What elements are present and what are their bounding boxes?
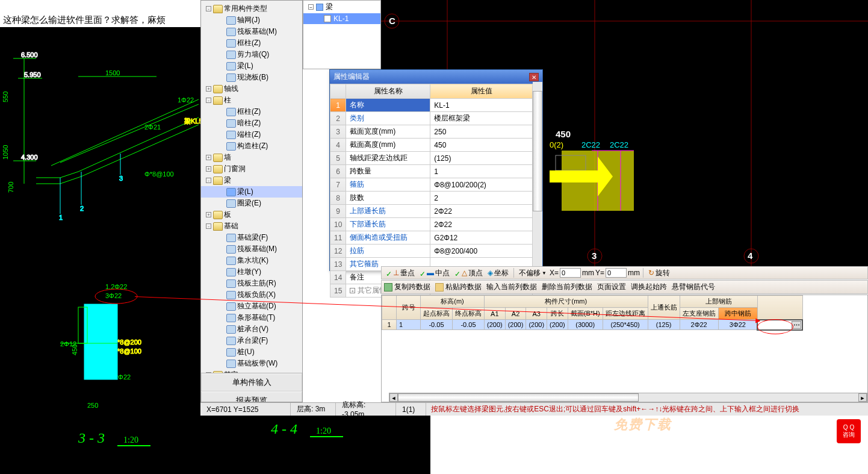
status-bar: X=6701 Y=1525 层高: 3m 底标高: -3.05m 1(1) 按鼠… <box>200 402 868 416</box>
tree-item[interactable]: 筏板主筋(R) <box>201 278 302 289</box>
prop-row[interactable]: 9上部通长筋2Φ22 <box>330 205 533 218</box>
qq-button[interactable]: Q Q咨询 <box>837 419 861 443</box>
svg-text:2Φ21: 2Φ21 <box>144 123 161 131</box>
prop-row[interactable]: 3截面宽度(mm)250 <box>330 125 533 139</box>
svg-text:1Φ22: 1Φ22 <box>178 96 194 104</box>
tree-item[interactable]: 暗柱(Z) <box>201 117 302 129</box>
svg-text:2C22: 2C22 <box>610 140 628 149</box>
offset-dropdown[interactable]: 不偏移▼ <box>517 268 548 278</box>
tree-item[interactable]: 桩承台(V) <box>201 323 302 335</box>
prop-row[interactable]: 5轴线距梁左边线距(125) <box>330 152 533 165</box>
tree-item[interactable]: 圈梁(E) <box>201 198 302 209</box>
x-input[interactable] <box>560 268 581 278</box>
prop-row[interactable]: 8肢数2 <box>330 192 533 205</box>
tree-item[interactable]: 梁(L) <box>201 60 302 72</box>
span-toolbar: 复制跨数据 粘贴跨数据 输入当前列数据 删除当前列数据 页面设置 调换起始跨 悬… <box>381 280 868 294</box>
svg-text:4: 4 <box>748 251 753 261</box>
prop-row[interactable]: 7箍筋Φ8@100/200(2) <box>330 178 533 192</box>
tree-item[interactable]: 构造柱(Z) <box>201 140 302 152</box>
prop-row[interactable]: 1名称KL-1 <box>330 99 533 112</box>
tree-item[interactable]: -梁 <box>201 175 302 186</box>
outline-kl1[interactable]: KL-1 <box>303 13 380 24</box>
status-hint: 按鼠标左键选择梁图元,按右键或ESC退出;可以通过回车键及shift+←→↑↓光… <box>426 404 804 414</box>
svg-text:450: 450 <box>71 345 78 355</box>
svg-text:2C22: 2C22 <box>581 140 600 149</box>
copy-span-data[interactable]: 复制跨数据 <box>384 282 430 292</box>
tree-item[interactable]: -柱 <box>201 95 302 106</box>
cad-bottom-viewport: 3 - 3 1:20 4 - 4 1:20 <box>0 416 430 474</box>
svg-text:450: 450 <box>556 129 571 139</box>
close-button[interactable]: ✕ <box>529 73 539 81</box>
tree-item[interactable]: 基础板带(W) <box>201 358 302 369</box>
property-editor: 属性编辑器 ✕ 属性名称 属性值 1名称KL-12类别楼层框架梁3截面宽度(mm… <box>329 69 543 271</box>
prop-row[interactable]: 10下部通长筋2Φ22 <box>330 218 533 231</box>
tree-item[interactable]: 筏板基础(M) <box>201 243 302 255</box>
svg-text:6.500: 6.500 <box>21 51 38 58</box>
scrollbar[interactable] <box>533 82 542 269</box>
report-preview-button[interactable]: 报表预览 <box>201 391 302 402</box>
tree-item[interactable]: 现浇板(B) <box>201 72 302 83</box>
tree-item[interactable]: 承台梁(F) <box>201 335 302 346</box>
tree-item[interactable]: 轴网(J) <box>201 14 302 26</box>
page-setup[interactable]: 页面设置 <box>597 282 626 292</box>
y-input[interactable] <box>606 268 627 278</box>
prop-row[interactable]: 6跨数量1 <box>330 165 533 178</box>
outline-panel: −梁 KL-1 <box>303 0 381 69</box>
single-component-input-button[interactable]: 单构件输入 <box>201 373 302 391</box>
snap-toolbar: ⊥垂点 ▬中点 △顶点 ◈坐标 不偏移▼ X=mm Y=mm ↻旋转 <box>381 266 868 279</box>
prop-row[interactable]: 2类别楼层框架梁 <box>330 112 533 125</box>
tree-item[interactable]: 桩(U) <box>201 346 302 358</box>
tree-item[interactable]: -常用构件类型 <box>201 3 302 14</box>
snap-perpendicular[interactable]: ⊥垂点 <box>384 268 417 278</box>
tree-item[interactable]: 筏板负筋(X) <box>201 289 302 301</box>
tree-item[interactable]: 梁(L) <box>201 186 302 198</box>
cad-left-viewport: 6.500 5.950 550 1050 4.300 700 1500 1 2 … <box>0 27 200 416</box>
tree-item[interactable]: +轴线 <box>201 83 302 95</box>
snap-coordinate[interactable]: ◈坐标 <box>486 268 510 278</box>
cantilever-code[interactable]: 悬臂钢筋代号 <box>672 282 715 292</box>
horizontal-scrollbar[interactable]: ◄► <box>389 393 867 402</box>
property-editor-title: 属性编辑器 <box>333 72 370 82</box>
snap-midpoint[interactable]: ▬中点 <box>418 268 451 278</box>
tree-item[interactable]: 筏板基础(M) <box>201 26 302 37</box>
snap-vertex[interactable]: △顶点 <box>453 268 485 278</box>
tree-item[interactable]: 集水坑(K) <box>201 255 302 266</box>
status-floor: 层高: 3m <box>291 403 336 416</box>
svg-rect-28 <box>84 304 117 379</box>
paste-span-data[interactable]: 粘贴跨数据 <box>435 282 482 292</box>
tree-item[interactable]: 框柱(Z) <box>201 106 302 117</box>
prop-row[interactable]: 4截面高度(mm)450 <box>330 139 533 152</box>
svg-text:3: 3 <box>119 175 123 182</box>
tree-item[interactable]: 独立基础(D) <box>201 301 302 312</box>
swap-start-span[interactable]: 调换起始跨 <box>631 282 667 292</box>
span-edit-cell[interactable]: ⋯ <box>757 320 802 330</box>
delete-current-col[interactable]: 删除当前列数据 <box>542 282 592 292</box>
col-attribute-name: 属性名称 <box>346 84 430 99</box>
tree-item[interactable]: 基础梁(F) <box>201 232 302 243</box>
question-text: 这种梁怎么输进软件里面？求解答，麻烦 <box>3 14 166 26</box>
tree-item[interactable]: 条形基础(T) <box>201 312 302 323</box>
svg-text:1050: 1050 <box>2 145 9 160</box>
input-current-col[interactable]: 输入当前列数据 <box>486 282 537 292</box>
tree-item[interactable]: +墙 <box>201 152 302 163</box>
tree-item[interactable]: 框柱(Z) <box>201 37 302 49</box>
tree-item[interactable]: 端柱(Z) <box>201 129 302 140</box>
svg-text:3 - 3: 3 - 3 <box>78 430 105 446</box>
svg-text:3Φ22: 3Φ22 <box>105 292 122 299</box>
svg-text:5.950: 5.950 <box>24 71 41 78</box>
svg-text:C: C <box>389 16 395 26</box>
tree-item[interactable]: -基础 <box>201 220 302 232</box>
svg-text:550: 550 <box>2 92 9 102</box>
svg-text:*8@100: *8@100 <box>117 348 141 355</box>
outline-root[interactable]: −梁 <box>303 1 380 13</box>
prop-row[interactable]: 11侧面构造或受扭筋G2Φ12 <box>330 231 533 245</box>
span-row-1[interactable]: 1 1 -0.05 -0.05 (200) (200) (200) (200) … <box>382 320 803 330</box>
tree-item[interactable]: 剪力墙(Q) <box>201 49 302 60</box>
rotate-button[interactable]: ↻旋转 <box>646 268 672 278</box>
svg-text:梁KL5: 梁KL5 <box>184 117 200 125</box>
col-attribute-value: 属性值 <box>430 84 533 99</box>
tree-item[interactable]: +板 <box>201 209 302 220</box>
tree-item[interactable]: +门窗洞 <box>201 163 302 175</box>
tree-item[interactable]: 柱墩(Y) <box>201 266 302 278</box>
prop-row[interactable]: 12拉筋Φ8@200/400 <box>330 245 533 258</box>
